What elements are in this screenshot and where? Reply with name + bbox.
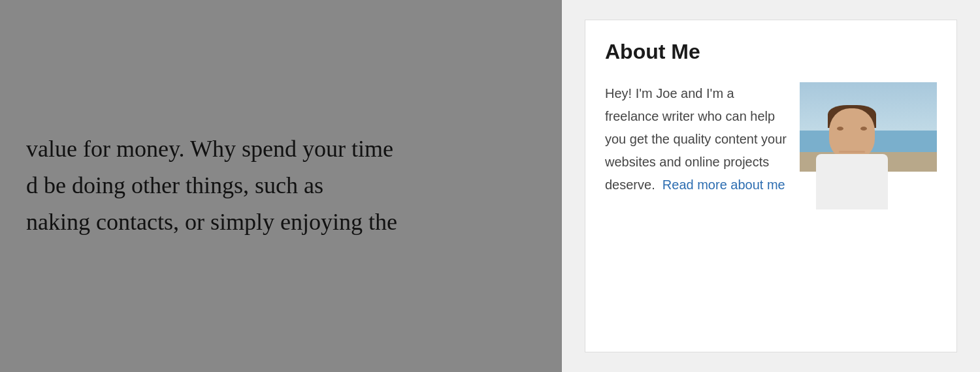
about-me-photo xyxy=(800,82,937,209)
read-more-link[interactable]: Read more about me xyxy=(662,178,785,192)
about-me-title: About Me xyxy=(605,40,937,64)
sidebar: About Me xyxy=(562,0,980,372)
photo-person xyxy=(809,105,907,209)
page-wrapper: value for money. Why spend your time d b… xyxy=(0,0,980,372)
main-text-line-3: naking contacts, or simply enjoying the xyxy=(26,209,397,235)
about-me-body: Hey! I'm Joe and I'm a freelance writer … xyxy=(605,82,937,196)
main-text-block: value for money. Why spend your time d b… xyxy=(26,131,397,240)
main-content: value for money. Why spend your time d b… xyxy=(0,0,562,372)
main-text-line-2: d be doing other things, such as xyxy=(26,172,323,198)
person-head xyxy=(829,108,875,159)
person-body xyxy=(816,154,888,209)
about-me-box: About Me xyxy=(585,20,957,352)
main-text-line-1: value for money. Why spend your time xyxy=(26,136,393,162)
about-me-intro-text: Hey! I'm Joe and I'm a freelance writer … xyxy=(605,86,787,192)
